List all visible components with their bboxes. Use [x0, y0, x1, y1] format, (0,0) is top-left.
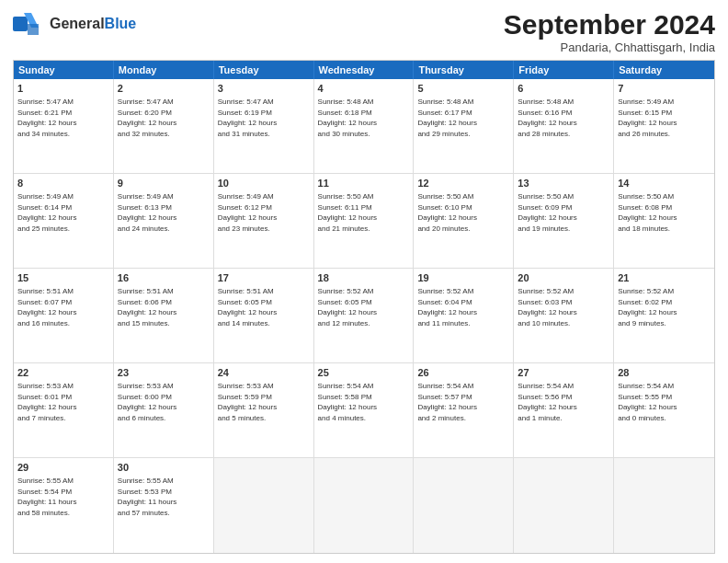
- calendar-header: Sunday Monday Tuesday Wednesday Thursday…: [14, 61, 714, 79]
- day-info-7: Sunrise: 5:49 AMSunset: 6:15 PMDaylight:…: [618, 98, 677, 138]
- logo-general: General: [50, 16, 105, 31]
- day-number-12: 12: [417, 177, 509, 190]
- location: Pandaria, Chhattisgarh, India: [504, 40, 715, 54]
- day-14: 14 Sunrise: 5:50 AMSunset: 6:08 PMDaylig…: [614, 174, 714, 268]
- day-number-10: 10: [218, 177, 310, 190]
- day-info-18: Sunrise: 5:52 AMSunset: 6:05 PMDaylight:…: [318, 287, 377, 327]
- header-friday: Friday: [514, 61, 614, 79]
- day-number-4: 4: [318, 82, 410, 96]
- day-5: 5 Sunrise: 5:48 AMSunset: 6:17 PMDayligh…: [414, 79, 514, 173]
- day-info-28: Sunrise: 5:54 AMSunset: 5:55 PMDaylight:…: [618, 382, 677, 422]
- day-info-1: Sunrise: 5:47 AMSunset: 6:21 PMDaylight:…: [17, 98, 76, 138]
- day-number-13: 13: [518, 177, 609, 190]
- week-row-3: 15 Sunrise: 5:51 AMSunset: 6:07 PMDaylig…: [14, 269, 714, 363]
- day-empty-1: [214, 458, 314, 553]
- header: GeneralBlue September 2024 Pandaria, Chh…: [13, 9, 715, 54]
- day-info-25: Sunrise: 5:54 AMSunset: 5:58 PMDaylight:…: [318, 382, 377, 422]
- day-info-24: Sunrise: 5:53 AMSunset: 5:59 PMDaylight:…: [218, 382, 277, 422]
- day-number-22: 22: [17, 366, 109, 380]
- day-info-2: Sunrise: 5:47 AMSunset: 6:20 PMDaylight:…: [118, 98, 176, 138]
- header-sunday: Sunday: [14, 61, 114, 79]
- day-8: 8 Sunrise: 5:49 AMSunset: 6:14 PMDayligh…: [14, 174, 114, 268]
- day-1: 1 Sunrise: 5:47 AMSunset: 6:21 PMDayligh…: [14, 79, 114, 173]
- day-19: 19 Sunrise: 5:52 AMSunset: 6:04 PMDaylig…: [414, 269, 514, 362]
- day-number-20: 20: [518, 271, 609, 285]
- day-empty-5: [614, 458, 714, 553]
- day-info-15: Sunrise: 5:51 AMSunset: 6:07 PMDaylight:…: [17, 287, 76, 327]
- day-empty-3: [414, 458, 514, 553]
- day-info-3: Sunrise: 5:47 AMSunset: 6:19 PMDaylight:…: [218, 98, 277, 138]
- day-info-19: Sunrise: 5:52 AMSunset: 6:04 PMDaylight:…: [417, 287, 476, 327]
- day-info-11: Sunrise: 5:50 AMSunset: 6:11 PMDaylight:…: [318, 192, 377, 233]
- day-info-17: Sunrise: 5:51 AMSunset: 6:05 PMDaylight:…: [218, 287, 277, 327]
- day-info-16: Sunrise: 5:51 AMSunset: 6:06 PMDaylight:…: [118, 287, 176, 327]
- day-9: 9 Sunrise: 5:49 AMSunset: 6:13 PMDayligh…: [114, 174, 214, 268]
- calendar-body: 1 Sunrise: 5:47 AMSunset: 6:21 PMDayligh…: [14, 79, 714, 553]
- day-16: 16 Sunrise: 5:51 AMSunset: 6:06 PMDaylig…: [114, 269, 214, 362]
- day-20: 20 Sunrise: 5:52 AMSunset: 6:03 PMDaylig…: [514, 269, 614, 362]
- day-12: 12 Sunrise: 5:50 AMSunset: 6:10 PMDaylig…: [414, 174, 514, 268]
- day-7: 7 Sunrise: 5:49 AMSunset: 6:15 PMDayligh…: [614, 79, 714, 173]
- day-number-29: 29: [17, 461, 109, 475]
- header-tuesday: Tuesday: [214, 61, 314, 79]
- day-info-9: Sunrise: 5:49 AMSunset: 6:13 PMDaylight:…: [118, 192, 176, 233]
- day-27: 27 Sunrise: 5:54 AMSunset: 5:56 PMDaylig…: [514, 363, 614, 457]
- day-30: 30 Sunrise: 5:55 AMSunset: 5:53 PMDaylig…: [114, 458, 214, 553]
- day-15: 15 Sunrise: 5:51 AMSunset: 6:07 PMDaylig…: [14, 269, 114, 362]
- day-number-26: 26: [417, 366, 509, 380]
- day-26: 26 Sunrise: 5:54 AMSunset: 5:57 PMDaylig…: [414, 363, 514, 457]
- day-21: 21 Sunrise: 5:52 AMSunset: 6:02 PMDaylig…: [614, 269, 714, 362]
- day-23: 23 Sunrise: 5:53 AMSunset: 6:00 PMDaylig…: [114, 363, 214, 457]
- day-29: 29 Sunrise: 5:55 AMSunset: 5:54 PMDaylig…: [14, 458, 114, 553]
- day-3: 3 Sunrise: 5:47 AMSunset: 6:19 PMDayligh…: [214, 79, 314, 173]
- header-saturday: Saturday: [614, 61, 714, 79]
- day-number-30: 30: [118, 461, 210, 475]
- day-number-9: 9: [118, 177, 210, 190]
- day-number-16: 16: [118, 271, 210, 285]
- day-number-6: 6: [518, 82, 609, 96]
- day-4: 4 Sunrise: 5:48 AMSunset: 6:18 PMDayligh…: [314, 79, 415, 173]
- logo: GeneralBlue: [13, 9, 136, 39]
- day-number-11: 11: [318, 177, 410, 190]
- day-info-20: Sunrise: 5:52 AMSunset: 6:03 PMDaylight:…: [518, 287, 576, 327]
- day-13: 13 Sunrise: 5:50 AMSunset: 6:09 PMDaylig…: [514, 174, 614, 268]
- day-6: 6 Sunrise: 5:48 AMSunset: 6:16 PMDayligh…: [514, 79, 614, 173]
- day-number-7: 7: [618, 82, 711, 96]
- logo-icon: [13, 9, 46, 39]
- day-info-30: Sunrise: 5:55 AMSunset: 5:53 PMDaylight:…: [118, 477, 176, 517]
- month-title: September 2024: [504, 9, 715, 40]
- day-info-12: Sunrise: 5:50 AMSunset: 6:10 PMDaylight:…: [417, 192, 476, 233]
- week-row-4: 22 Sunrise: 5:53 AMSunset: 6:01 PMDaylig…: [14, 363, 714, 458]
- week-row-1: 1 Sunrise: 5:47 AMSunset: 6:21 PMDayligh…: [14, 79, 714, 174]
- day-number-24: 24: [218, 366, 310, 380]
- day-number-25: 25: [318, 366, 410, 380]
- day-22: 22 Sunrise: 5:53 AMSunset: 6:01 PMDaylig…: [14, 363, 114, 457]
- day-number-8: 8: [17, 177, 109, 190]
- day-number-5: 5: [417, 82, 509, 96]
- day-number-19: 19: [417, 271, 509, 285]
- day-28: 28 Sunrise: 5:54 AMSunset: 5:55 PMDaylig…: [614, 363, 714, 457]
- day-number-28: 28: [618, 366, 711, 380]
- day-info-8: Sunrise: 5:49 AMSunset: 6:14 PMDaylight:…: [17, 192, 76, 233]
- day-number-1: 1: [17, 82, 109, 96]
- page: GeneralBlue September 2024 Pandaria, Chh…: [0, 0, 728, 563]
- week-row-2: 8 Sunrise: 5:49 AMSunset: 6:14 PMDayligh…: [14, 174, 714, 269]
- day-info-14: Sunrise: 5:50 AMSunset: 6:08 PMDaylight:…: [618, 192, 677, 233]
- day-info-4: Sunrise: 5:48 AMSunset: 6:18 PMDaylight:…: [318, 98, 377, 138]
- day-24: 24 Sunrise: 5:53 AMSunset: 5:59 PMDaylig…: [214, 363, 314, 457]
- day-info-10: Sunrise: 5:49 AMSunset: 6:12 PMDaylight:…: [218, 192, 277, 233]
- day-info-13: Sunrise: 5:50 AMSunset: 6:09 PMDaylight:…: [518, 192, 576, 233]
- day-number-14: 14: [618, 177, 711, 190]
- day-25: 25 Sunrise: 5:54 AMSunset: 5:58 PMDaylig…: [314, 363, 415, 457]
- title-area: September 2024 Pandaria, Chhattisgarh, I…: [504, 9, 715, 54]
- svg-rect-0: [13, 17, 28, 31]
- logo-blue: Blue: [105, 16, 137, 31]
- day-number-27: 27: [518, 366, 609, 380]
- day-empty-4: [514, 458, 614, 553]
- day-info-27: Sunrise: 5:54 AMSunset: 5:56 PMDaylight:…: [518, 382, 576, 422]
- header-thursday: Thursday: [414, 61, 514, 79]
- day-empty-2: [314, 458, 415, 553]
- day-number-3: 3: [218, 82, 310, 96]
- day-11: 11 Sunrise: 5:50 AMSunset: 6:11 PMDaylig…: [314, 174, 415, 268]
- day-number-2: 2: [118, 82, 210, 96]
